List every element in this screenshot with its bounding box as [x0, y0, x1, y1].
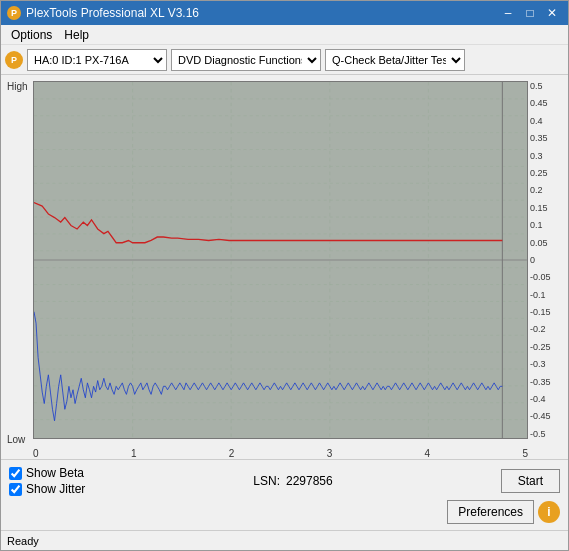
lsn-label: LSN: — [253, 474, 280, 488]
show-beta-label: Show Beta — [26, 466, 84, 480]
toolbar: P HA:0 ID:1 PX-716A DVD Diagnostic Funct… — [1, 45, 568, 75]
status-text: Ready — [7, 535, 39, 547]
drive-select[interactable]: HA:0 ID:1 PX-716A — [27, 49, 167, 71]
bottom-panel: Show Beta Show Jitter LSN: 2297856 Start… — [1, 459, 568, 530]
title-controls: – □ ✕ — [498, 5, 562, 21]
test-select[interactable]: Q-Check Beta/Jitter Test — [325, 49, 465, 71]
status-bar: Ready — [1, 530, 568, 550]
y-high-label: High — [7, 81, 28, 92]
y-low-label: Low — [7, 434, 25, 445]
chart-svg — [34, 82, 527, 438]
bottom-row2: Preferences i — [9, 500, 560, 524]
right-buttons: Preferences i — [447, 500, 560, 524]
chart-container: High Low — [5, 77, 564, 459]
app-icon: P — [7, 6, 21, 20]
menu-options[interactable]: Options — [5, 27, 58, 43]
start-button[interactable]: Start — [501, 469, 560, 493]
menu-bar: Options Help — [1, 25, 568, 45]
bottom-row1: Show Beta Show Jitter LSN: 2297856 Start — [9, 466, 560, 496]
minimize-button[interactable]: – — [498, 5, 518, 21]
preferences-button[interactable]: Preferences — [447, 500, 534, 524]
checkbox-group: Show Beta Show Jitter — [9, 466, 85, 496]
show-beta-checkbox[interactable] — [9, 467, 22, 480]
title-bar: P PlexTools Professional XL V3.16 – □ ✕ — [1, 1, 568, 25]
info-button[interactable]: i — [538, 501, 560, 523]
maximize-button[interactable]: □ — [520, 5, 540, 21]
window-title: PlexTools Professional XL V3.16 — [26, 6, 199, 20]
drive-icon: P — [5, 51, 23, 69]
menu-help[interactable]: Help — [58, 27, 95, 43]
close-button[interactable]: ✕ — [542, 5, 562, 21]
show-jitter-item: Show Jitter — [9, 482, 85, 496]
chart-inner — [33, 81, 528, 439]
show-jitter-checkbox[interactable] — [9, 483, 22, 496]
x-axis: 0 1 2 3 4 5 — [33, 446, 528, 459]
function-select[interactable]: DVD Diagnostic Functions — [171, 49, 321, 71]
lsn-group: LSN: 2297856 — [253, 474, 332, 488]
y-axis-right: 0.5 0.45 0.4 0.35 0.3 0.25 0.2 0.15 0.1 … — [528, 81, 562, 439]
title-bar-left: P PlexTools Professional XL V3.16 — [7, 6, 199, 20]
lsn-value: 2297856 — [286, 474, 333, 488]
main-window: P PlexTools Professional XL V3.16 – □ ✕ … — [0, 0, 569, 551]
show-jitter-label: Show Jitter — [26, 482, 85, 496]
show-beta-item: Show Beta — [9, 466, 85, 480]
